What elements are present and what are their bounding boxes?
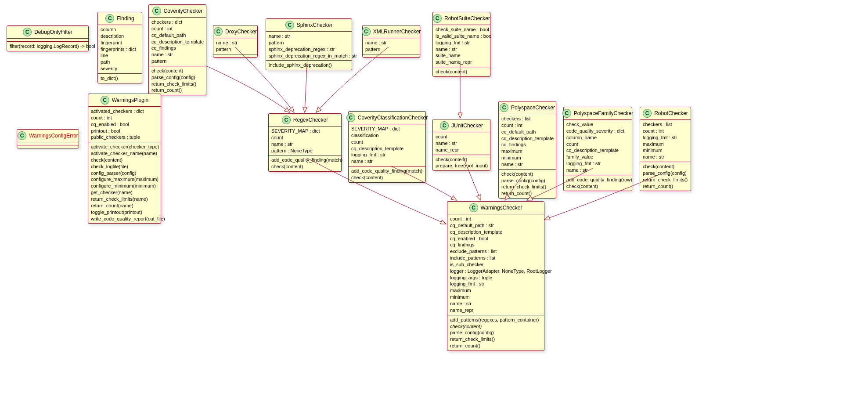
attrs: checkers : list count : int logging_fmt … bbox=[640, 120, 691, 162]
methods bbox=[17, 145, 79, 148]
class-icon: C bbox=[346, 113, 355, 122]
class-icon: C bbox=[101, 96, 109, 105]
attrs: checkers : list count : int cq_default_p… bbox=[499, 114, 556, 170]
attrs: activated_checkers : dict count : int cq… bbox=[88, 107, 161, 142]
attrs bbox=[17, 142, 79, 145]
class-icon: C bbox=[23, 28, 32, 36]
class-header: CRobotSuiteChecker bbox=[433, 12, 490, 25]
class-PolyspaceChecker: CPolyspaceChecker checkers : list count … bbox=[498, 101, 556, 199]
class-name: WarningsConfigError bbox=[29, 133, 78, 139]
class-RegexChecker: CRegexChecker SEVERITY_MAP : dict count … bbox=[268, 113, 342, 172]
methods: include_sphinx_deprecation() bbox=[266, 61, 352, 70]
class-header: CWarningsChecker bbox=[447, 202, 544, 214]
attrs: name : str pattern bbox=[213, 38, 257, 54]
class-icon: C bbox=[105, 14, 114, 23]
class-name: Finding bbox=[117, 15, 134, 22]
class-header: CSphinxChecker bbox=[266, 19, 352, 32]
class-icon: C bbox=[500, 103, 508, 112]
class-name: PolyspaceChecker bbox=[511, 105, 555, 111]
class-name: CoverityClassificationChecker bbox=[358, 115, 428, 121]
class-name: RobotChecker bbox=[654, 110, 688, 116]
attrs: checkers : dict count : int cq_default_p… bbox=[149, 18, 206, 66]
class-WarningsPlugin: CWarningsPlugin activated_checkers : dic… bbox=[88, 94, 161, 224]
class-header: CWarningsPlugin bbox=[88, 94, 161, 107]
attrs: count name : str name_repr bbox=[433, 132, 490, 155]
attrs: SEVERITY_MAP : dict count name : str pat… bbox=[269, 127, 341, 155]
methods: check(content) prepare_tree(root_input) bbox=[433, 155, 490, 171]
class-icon: C bbox=[440, 121, 449, 130]
class-CoverityClassificationChecker: CCoverityClassificationChecker SEVERITY_… bbox=[348, 111, 426, 183]
attrs: name : str pattern bbox=[363, 38, 420, 54]
class-icon: C bbox=[562, 109, 571, 118]
class-JUnitChecker: CJUnitChecker count name : str name_repr… bbox=[432, 119, 490, 171]
class-WarningsConfigError: CWarningsConfigError bbox=[17, 129, 79, 148]
class-PolyspaceFamilyChecker: CPolyspaceFamilyChecker check_value code… bbox=[563, 107, 632, 191]
class-Finding: CFinding column description fingerprint … bbox=[97, 12, 142, 83]
class-DebugOnlyFilter: C DebugOnlyFilter filter(record: logging… bbox=[7, 25, 89, 51]
methods: add_patterns(regexes, pattern_container)… bbox=[447, 315, 544, 351]
class-WarningsChecker: CWarningsChecker count : int cq_default_… bbox=[447, 201, 544, 351]
class-name: RobotSuiteChecker bbox=[444, 15, 490, 22]
attrs: column description fingerprint fingerpri… bbox=[98, 25, 142, 74]
class-name: RegexChecker bbox=[293, 117, 328, 123]
class-header: CXMLRunnerChecker bbox=[363, 25, 420, 38]
class-RobotChecker: CRobotChecker checkers : list count : in… bbox=[640, 107, 691, 191]
class-icon: C bbox=[152, 7, 161, 15]
methods: check(content) bbox=[433, 67, 490, 76]
methods bbox=[363, 54, 420, 57]
class-name: SphinxChecker bbox=[297, 22, 332, 28]
attrs: name : str pattern sphinx_deprecation_re… bbox=[266, 32, 352, 61]
attrs: check_suite_name : bool is_valid_suite_n… bbox=[433, 25, 490, 67]
attrs: SEVERITY_MAP : dict classification count… bbox=[349, 124, 425, 166]
class-header: CCoverityClassificationChecker bbox=[349, 112, 425, 124]
class-header: CCoverityChecker bbox=[149, 5, 206, 18]
class-icon: C bbox=[433, 14, 442, 23]
class-name: DoxyChecker bbox=[225, 29, 257, 35]
methods: add_code_quality_finding(row) check(cont… bbox=[564, 175, 632, 191]
class-icon: C bbox=[643, 109, 652, 118]
class-header: C DebugOnlyFilter bbox=[7, 26, 88, 39]
class-name: PolyspaceFamilyChecker bbox=[574, 110, 633, 116]
class-name: XMLRunnerChecker bbox=[373, 29, 421, 35]
class-header: CRobotChecker bbox=[640, 107, 691, 120]
class-header: CWarningsConfigError bbox=[17, 130, 79, 142]
methods: check(content) parse_config(config) retu… bbox=[640, 162, 691, 191]
methods: check(content) parse_config(config) retu… bbox=[499, 170, 556, 198]
methods: to_dict() bbox=[98, 74, 142, 83]
class-SphinxChecker: CSphinxChecker name : str pattern sphinx… bbox=[266, 18, 352, 70]
class-name: DebugOnlyFilter bbox=[34, 29, 72, 35]
class-header: CDoxyChecker bbox=[213, 25, 257, 38]
class-CoverityChecker: CCoverityChecker checkers : dict count :… bbox=[148, 4, 206, 95]
methods bbox=[213, 54, 257, 57]
class-icon: C bbox=[18, 131, 26, 140]
class-name: JUnitChecker bbox=[451, 123, 483, 129]
methods: check(content) parse_config(config) retu… bbox=[149, 66, 206, 95]
class-RobotSuiteChecker: CRobotSuiteChecker check_suite_name : bo… bbox=[432, 12, 490, 77]
class-name: WarningsChecker bbox=[481, 205, 522, 211]
class-header: CRegexChecker bbox=[269, 114, 341, 127]
class-header: CPolyspaceChecker bbox=[499, 101, 556, 114]
methods: activate_checker(checker_type) activate_… bbox=[88, 142, 161, 223]
attrs: count : int cq_default_path : str cq_des… bbox=[447, 214, 544, 315]
methods: add_code_quality_finding(match) check(co… bbox=[349, 166, 425, 182]
class-name: WarningsPlugin bbox=[112, 97, 149, 103]
class-XMLRunnerChecker: CXMLRunnerChecker name : str pattern bbox=[362, 25, 420, 58]
class-icon: C bbox=[469, 203, 478, 212]
methods: add_code_quality_finding(match) check(co… bbox=[269, 155, 341, 171]
class-header: CJUnitChecker bbox=[433, 119, 490, 132]
class-icon: C bbox=[214, 27, 223, 36]
attrs bbox=[7, 39, 88, 42]
class-icon: C bbox=[362, 27, 371, 36]
class-DoxyChecker: CDoxyChecker name : str pattern bbox=[213, 25, 258, 58]
class-header: CFinding bbox=[98, 12, 142, 25]
class-icon: C bbox=[282, 116, 291, 124]
class-header: CPolyspaceFamilyChecker bbox=[564, 107, 632, 120]
methods: filter(record: logging.LogRecord) -> boo… bbox=[7, 42, 88, 51]
class-name: CoverityChecker bbox=[164, 8, 203, 14]
attrs: check_value code_quality_severity : dict… bbox=[564, 120, 632, 175]
class-icon: C bbox=[285, 21, 294, 29]
